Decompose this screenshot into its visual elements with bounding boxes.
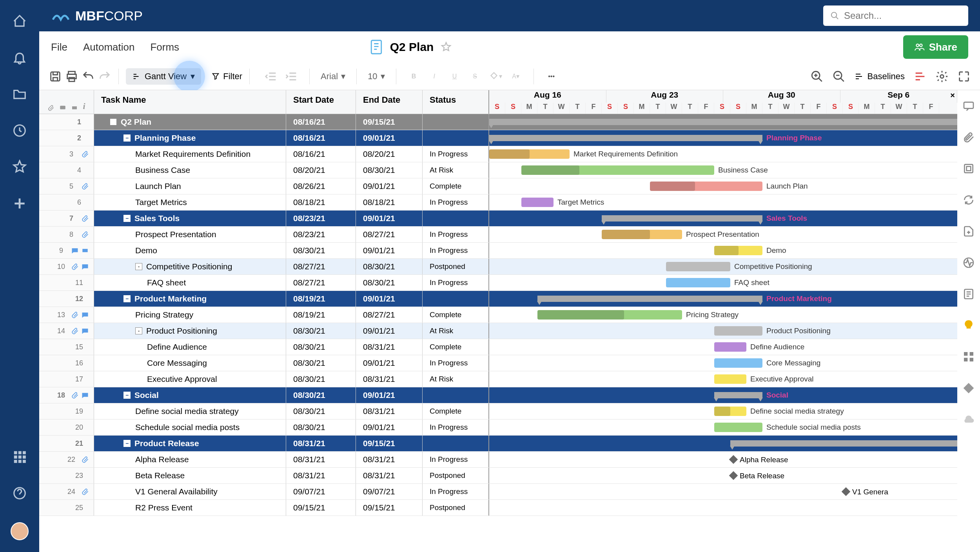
task-row[interactable]: 12−Product Marketing08/19/2109/01/21Prod… — [39, 291, 957, 307]
task-bar[interactable]: Launch Plan — [650, 182, 762, 191]
status-cell[interactable]: In Progress — [423, 484, 489, 499]
end-date[interactable]: 09/01/21 — [356, 419, 423, 435]
start-date[interactable]: 09/07/21 — [286, 484, 356, 499]
row-extra-icon[interactable] — [81, 247, 89, 254]
end-date[interactable]: 09/15/21 — [356, 500, 423, 516]
search-input[interactable] — [844, 10, 961, 21]
col-header-status[interactable]: Status — [423, 90, 489, 114]
proof-panel-icon[interactable] — [962, 162, 975, 175]
task-row[interactable]: 14-Product Positioning08/30/2109/01/21At… — [39, 323, 957, 339]
clock-icon[interactable] — [12, 123, 27, 138]
col-header-task[interactable]: Task Name — [94, 90, 286, 114]
start-date[interactable]: 08/18/21 — [286, 194, 356, 210]
refresh-panel-icon[interactable] — [962, 194, 975, 206]
start-date[interactable]: 08/31/21 — [286, 436, 356, 451]
expand-toggle[interactable]: - — [135, 263, 142, 270]
expand-toggle[interactable]: - — [135, 327, 142, 334]
help-icon[interactable] — [12, 486, 27, 501]
italic-icon[interactable]: I — [428, 70, 441, 83]
task-row[interactable]: 3Market Requirements Definition08/16/210… — [39, 146, 957, 162]
expand-toggle[interactable]: − — [123, 440, 131, 447]
comment-icon[interactable] — [81, 311, 89, 319]
attachment-icon[interactable] — [71, 263, 79, 271]
attachment-icon[interactable] — [71, 311, 79, 319]
task-bar[interactable]: Target Metrics — [521, 198, 554, 207]
expand-toggle[interactable]: − — [123, 215, 131, 222]
status-cell[interactable]: Complete — [423, 403, 489, 419]
add-icon[interactable] — [12, 196, 27, 211]
expand-toggle[interactable]: − — [123, 134, 131, 142]
end-date[interactable]: 09/01/21 — [356, 211, 423, 226]
task-bar[interactable]: Executive Approval — [714, 374, 746, 384]
end-date[interactable]: 09/01/21 — [356, 323, 423, 339]
start-date[interactable]: 08/27/21 — [286, 259, 356, 274]
summary-bar[interactable] — [730, 440, 957, 447]
end-date[interactable]: 09/01/21 — [356, 178, 423, 194]
task-bar[interactable]: Define Audience — [714, 342, 746, 352]
task-row[interactable]: 7−Sales Tools08/23/2109/01/21Sales Tools — [39, 211, 957, 227]
start-date[interactable]: 08/30/21 — [286, 243, 356, 258]
milestone-marker[interactable] — [729, 455, 738, 464]
size-selector[interactable]: 10 ▾ — [368, 71, 385, 82]
start-date[interactable]: 08/27/21 — [286, 275, 356, 291]
end-date[interactable]: 09/15/21 — [356, 114, 423, 130]
start-date[interactable]: 08/30/21 — [286, 403, 356, 419]
expand-toggle[interactable]: − — [110, 118, 117, 125]
filter-button[interactable]: Filter — [211, 71, 242, 82]
folder-icon[interactable] — [12, 87, 27, 102]
task-row[interactable]: 9Demo08/30/2109/01/21In ProgressDemo — [39, 243, 957, 259]
task-row[interactable]: 20Schedule social media posts08/30/2109/… — [39, 419, 957, 436]
star-icon[interactable] — [12, 160, 27, 174]
status-cell[interactable] — [423, 291, 489, 307]
end-date[interactable]: 09/15/21 — [356, 436, 423, 451]
task-row[interactable]: 6Target Metrics08/18/2108/18/21In Progre… — [39, 194, 957, 211]
summary-bar[interactable]: Product Marketing — [537, 296, 762, 302]
font-selector[interactable]: Arial ▾ — [321, 71, 345, 82]
attachment-icon[interactable] — [81, 150, 89, 158]
task-row[interactable]: 19Define social media strategy08/30/2108… — [39, 403, 957, 419]
end-date[interactable]: 08/20/21 — [356, 146, 423, 162]
attachments-panel-icon[interactable] — [962, 131, 975, 143]
end-date[interactable]: 09/07/21 — [356, 484, 423, 499]
start-date[interactable]: 08/30/21 — [286, 387, 356, 403]
comment-icon[interactable] — [81, 327, 89, 335]
task-row[interactable]: 25R2 Press Event09/15/2109/15/21Postpone… — [39, 500, 957, 516]
task-row[interactable]: 8Prospect Presentation08/23/2108/27/21In… — [39, 227, 957, 243]
start-date[interactable]: 08/30/21 — [286, 339, 356, 355]
task-bar[interactable]: FAQ sheet — [666, 278, 730, 287]
start-date[interactable]: 08/31/21 — [286, 468, 356, 483]
expand-toggle[interactable]: − — [123, 392, 131, 399]
activity-panel-icon[interactable] — [962, 256, 975, 269]
bell-icon[interactable] — [12, 50, 27, 65]
status-cell[interactable] — [423, 387, 489, 403]
expand-icon[interactable] — [957, 70, 971, 83]
attachment-icon[interactable] — [81, 456, 89, 463]
underline-icon[interactable]: U — [448, 70, 461, 83]
status-cell[interactable]: Postponed — [423, 500, 489, 516]
status-cell[interactable]: In Progress — [423, 227, 489, 242]
status-cell[interactable]: In Progress — [423, 355, 489, 371]
start-date[interactable]: 08/30/21 — [286, 323, 356, 339]
end-date[interactable]: 08/31/21 — [356, 468, 423, 483]
task-row[interactable]: 23Beta Release08/31/2108/31/21PostponedB… — [39, 468, 957, 484]
start-date[interactable]: 08/30/21 — [286, 371, 356, 387]
zoom-in-icon[interactable] — [810, 70, 824, 83]
idea-panel-icon[interactable] — [962, 319, 975, 332]
end-date[interactable]: 08/27/21 — [356, 227, 423, 242]
save-icon[interactable] — [49, 70, 62, 83]
task-row[interactable]: 22Alpha Release08/31/2108/31/21In Progre… — [39, 452, 957, 468]
home-icon[interactable] — [12, 14, 27, 29]
critical-path-icon[interactable] — [913, 70, 927, 83]
task-row[interactable]: 4Business Case08/20/2108/30/21At RiskBus… — [39, 162, 957, 178]
view-selector[interactable]: Gantt View ▾ — [126, 68, 201, 85]
status-cell[interactable]: In Progress — [423, 275, 489, 291]
user-avatar[interactable] — [11, 522, 29, 540]
comments-panel-icon[interactable] — [962, 100, 975, 112]
indent-icon[interactable] — [285, 70, 298, 83]
menu-automation[interactable]: Automation — [83, 41, 135, 53]
status-cell[interactable]: In Progress — [423, 146, 489, 162]
task-bar[interactable]: Define social media strategy — [714, 407, 746, 416]
task-row[interactable]: 11FAQ sheet08/27/2108/30/21In ProgressFA… — [39, 275, 957, 291]
summary-bar[interactable]: Planning Phase — [489, 135, 762, 141]
grid-body[interactable]: 1−Q2 Plan08/16/2109/15/212−Planning Phas… — [39, 114, 957, 552]
